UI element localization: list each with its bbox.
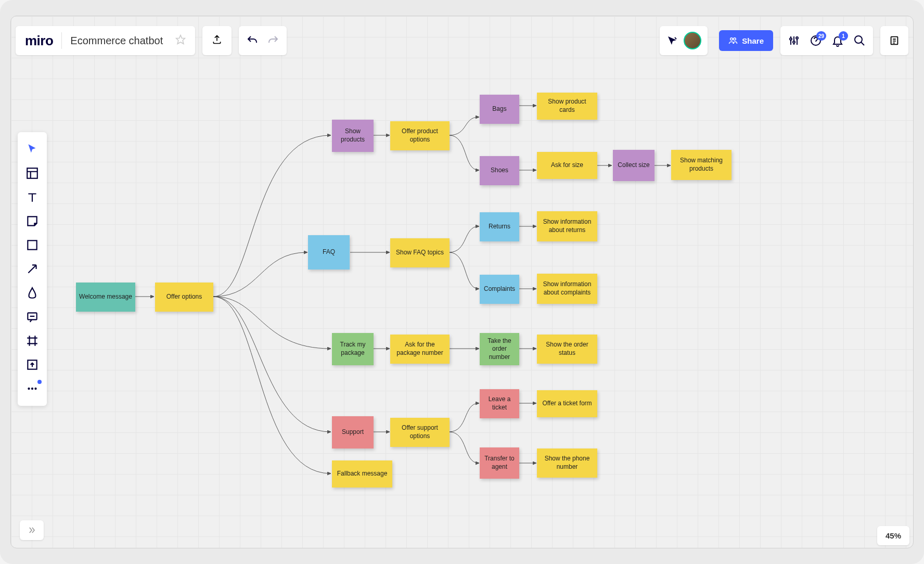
people-icon [728, 36, 738, 45]
svg-rect-9 [27, 168, 37, 178]
chevrons-right-icon [27, 525, 37, 535]
app-logo: miro [25, 33, 53, 49]
collapse-toolbar-button[interactable] [20, 520, 44, 540]
connectors [10, 16, 914, 548]
undo-redo-group [239, 26, 287, 55]
node-ask-package-num[interactable]: Ask for the package number [390, 335, 450, 364]
undo-icon[interactable] [246, 34, 259, 47]
star-icon[interactable] [175, 34, 186, 47]
node-offer-product-options[interactable]: Offer product options [390, 121, 450, 150]
pen-tool[interactable] [18, 281, 47, 305]
frame-tool[interactable] [18, 329, 47, 353]
arrow-tool[interactable] [18, 257, 47, 281]
svg-point-2 [734, 38, 736, 41]
zoom-level[interactable]: 45% [877, 526, 909, 545]
node-show-products[interactable]: Show products [332, 120, 374, 152]
notes-icon [889, 35, 900, 46]
export-icon [212, 34, 222, 47]
share-button[interactable]: Share [719, 30, 773, 51]
right-actions: 29 1 [780, 26, 873, 55]
sticky-tool[interactable] [18, 209, 47, 233]
node-support[interactable]: Support [332, 416, 374, 448]
svg-point-5 [796, 37, 798, 39]
node-returns[interactable]: Returns [480, 212, 519, 241]
text-tool[interactable] [18, 185, 47, 209]
svg-point-14 [31, 388, 33, 390]
node-show-order-status[interactable]: Show the order status [537, 335, 597, 364]
node-show-faq-topics[interactable]: Show FAQ topics [390, 238, 450, 267]
node-transfer-agent[interactable]: Transfer to agent [480, 447, 519, 479]
board-title[interactable]: Ecommerce chatbot [70, 35, 163, 47]
node-track-package[interactable]: Track my package [332, 333, 374, 365]
svg-point-13 [28, 388, 30, 390]
svg-point-7 [855, 36, 862, 43]
more-dot-indicator [37, 380, 42, 384]
node-offer-ticket-form[interactable]: Offer a ticket form [537, 390, 597, 417]
node-ask-for-size[interactable]: Ask for size [537, 152, 597, 179]
svg-rect-10 [28, 240, 36, 249]
node-show-matching[interactable]: Show matching products [671, 150, 732, 180]
more-tool[interactable] [18, 377, 47, 401]
divider [61, 32, 62, 49]
help-badge: 29 [816, 31, 826, 41]
help-icon[interactable]: 29 [810, 34, 822, 47]
settings-icon[interactable] [788, 34, 800, 47]
node-welcome[interactable]: Welcome message [76, 283, 135, 312]
bell-icon[interactable]: 1 [831, 34, 844, 47]
node-fallback[interactable]: Fallback message [332, 460, 392, 488]
title-bar: miro Ecommerce chatbot [16, 26, 195, 55]
svg-marker-0 [176, 35, 185, 44]
select-tool[interactable] [18, 137, 47, 161]
user-avatar[interactable] [684, 32, 701, 49]
node-take-order-num[interactable]: Take the order number [480, 333, 519, 365]
svg-point-4 [793, 41, 795, 43]
comment-tool[interactable] [18, 305, 47, 329]
node-faq[interactable]: FAQ [308, 235, 350, 270]
node-collect-size[interactable]: Collect size [613, 150, 654, 181]
node-offer-support-options[interactable]: Offer support options [390, 418, 450, 447]
node-offer-options[interactable]: Offer options [155, 283, 213, 312]
share-label: Share [742, 36, 764, 45]
node-shoes[interactable]: Shoes [480, 156, 519, 185]
shape-tool[interactable] [18, 233, 47, 257]
svg-point-15 [34, 388, 36, 390]
left-toolbar [18, 132, 47, 406]
redo-icon[interactable] [267, 34, 279, 47]
svg-point-1 [730, 38, 733, 41]
node-show-returns[interactable]: Show information about returns [537, 211, 597, 241]
upload-tool[interactable] [18, 353, 47, 377]
templates-tool[interactable] [18, 161, 47, 185]
search-icon[interactable] [853, 34, 866, 47]
presence-box [660, 26, 708, 55]
node-leave-ticket[interactable]: Leave a ticket [480, 389, 519, 418]
export-button[interactable] [202, 26, 232, 55]
cursor-follow-icon[interactable] [666, 34, 678, 47]
node-complaints[interactable]: Complaints [480, 275, 519, 304]
node-bags[interactable]: Bags [480, 95, 519, 124]
node-show-complaints[interactable]: Show information about complaints [537, 274, 597, 304]
svg-point-3 [790, 38, 792, 40]
notif-badge: 1 [839, 31, 848, 41]
notes-button[interactable] [880, 26, 908, 55]
diagram-canvas[interactable]: Welcome message Offer options Show produ… [10, 16, 914, 548]
node-show-product-cards[interactable]: Show product cards [537, 93, 597, 120]
node-show-phone[interactable]: Show the phone number [537, 448, 597, 478]
